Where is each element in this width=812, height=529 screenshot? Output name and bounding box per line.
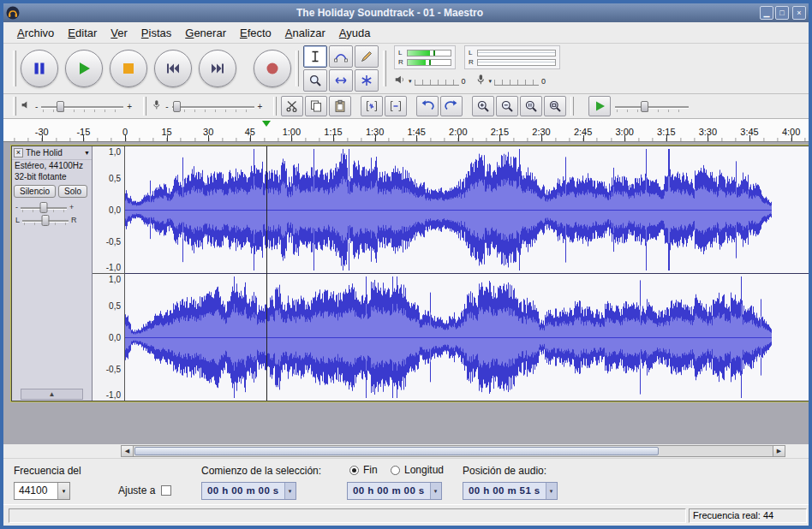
maximize-button[interactable]: □ <box>775 6 789 20</box>
toolbar-grip[interactable] <box>13 51 16 87</box>
track-area[interactable]: × The Holid ▼ Estéreo, 44100Hz 32-bit fl… <box>3 142 809 444</box>
pause-button[interactable] <box>21 50 58 87</box>
mute-button[interactable]: Silencio <box>14 185 56 198</box>
menu-archivo[interactable]: Archivo <box>10 25 61 41</box>
timeshift-tool-button[interactable] <box>329 69 353 92</box>
waveform-channel-2[interactable] <box>125 274 809 401</box>
copy-button[interactable] <box>305 96 327 116</box>
waveform-view[interactable] <box>125 146 809 401</box>
menu-generar[interactable]: Generar <box>178 25 233 41</box>
pan-thumb[interactable] <box>42 215 50 226</box>
audio-position-time[interactable]: 00 h 00 m 51 s ▾ <box>463 482 558 500</box>
menu-efecto[interactable]: Efecto <box>233 25 278 41</box>
play-at-speed-button[interactable] <box>588 96 611 116</box>
playback-meter[interactable]: LR <box>464 45 560 69</box>
pan-track[interactable] <box>22 215 69 225</box>
selection-end-spinner[interactable]: ▾ <box>430 483 441 499</box>
menu-ayuda[interactable]: Ayuda <box>332 25 378 41</box>
chevron-down-icon[interactable]: ▾ <box>489 78 493 85</box>
slider-plus-label: + <box>127 102 132 111</box>
horizontal-scrollbar[interactable]: ◀ ▶ <box>121 445 785 457</box>
chevron-down-icon[interactable]: ▾ <box>409 78 412 85</box>
toolbar-grip[interactable] <box>570 97 574 116</box>
menu-pistas[interactable]: Pistas <box>134 25 178 41</box>
titlebar[interactable]: The Holiday Soundtrack - 01 - Maestro ▁ … <box>3 3 809 22</box>
multi-tool-button[interactable] <box>355 69 379 92</box>
output-volume-slider[interactable]: - + <box>21 98 132 114</box>
toolbar-grip[interactable] <box>273 97 277 116</box>
speed-slider[interactable] <box>615 101 689 112</box>
gain-plus-label: + <box>69 203 74 211</box>
toolbar-grip[interactable] <box>383 51 386 87</box>
waveform-channel-1[interactable] <box>125 146 809 273</box>
envelope-tool-button[interactable] <box>329 45 353 68</box>
zoom-in-button[interactable] <box>472 96 494 116</box>
menu-analizar[interactable]: Analizar <box>278 25 332 41</box>
draw-tool-button[interactable] <box>355 45 379 68</box>
toolbar-grip[interactable] <box>143 97 146 116</box>
cut-button[interactable] <box>281 96 303 116</box>
zoom-fit-button[interactable] <box>544 96 566 116</box>
selection-start-time[interactable]: 00 h 00 m 00 s ▾ <box>201 482 296 500</box>
end-radio-label: Fin <box>363 464 378 476</box>
solo-button[interactable]: Solo <box>58 185 87 198</box>
envelope-icon <box>334 50 348 63</box>
pan-slider[interactable]: L R <box>12 212 92 225</box>
vertical-ruler[interactable]: 1,00,50,0-0,5-1,0 1,00,50,0-0,5-1,0 <box>93 146 125 401</box>
length-radio-button[interactable] <box>391 466 400 475</box>
amplitude-label: -1,0 <box>106 263 121 272</box>
menu-editar[interactable]: Editar <box>61 25 104 41</box>
play-button[interactable] <box>65 50 103 87</box>
end-radio-button[interactable] <box>349 466 359 475</box>
scrollbar-track[interactable] <box>134 446 773 456</box>
collapse-button[interactable]: ▲ <box>21 389 83 400</box>
gain-thumb[interactable] <box>40 202 48 213</box>
menu-ver[interactable]: Ver <box>104 25 134 41</box>
speed-slider-thumb[interactable] <box>641 101 648 112</box>
playhead-icon[interactable] <box>262 121 271 127</box>
toolbar-grip[interactable] <box>296 51 299 87</box>
scroll-left-button[interactable]: ◀ <box>122 446 134 456</box>
selection-tool-button[interactable] <box>303 45 327 68</box>
input-volume-thumb[interactable] <box>173 101 181 112</box>
rate-select[interactable]: 44100 ▾ <box>14 482 70 500</box>
zoom-out-button[interactable] <box>496 96 518 116</box>
output-volume-track[interactable] <box>41 101 123 112</box>
paste-button[interactable] <box>329 96 351 116</box>
gain-slider[interactable]: - + <box>12 199 92 212</box>
edit-toolbar <box>281 96 566 116</box>
audio-position-spinner[interactable]: ▾ <box>546 483 557 499</box>
amplitude-label: 1,0 <box>109 147 121 157</box>
selection-end-time[interactable]: 00 h 00 m 00 s ▾ <box>347 482 442 500</box>
record-button[interactable] <box>254 50 291 87</box>
zoom-tool-button[interactable] <box>303 69 327 92</box>
toolbar-grip[interactable] <box>13 97 16 116</box>
end-radio[interactable]: Fin <box>349 464 378 476</box>
silence-button[interactable] <box>385 96 407 116</box>
timeline-tick <box>624 135 625 141</box>
snap-checkbox[interactable] <box>161 485 171 496</box>
record-meter-menu[interactable]: ▾ 0 <box>475 74 546 89</box>
selection-start-spinner[interactable]: ▾ <box>284 483 296 499</box>
input-volume-track[interactable] <box>172 101 254 112</box>
output-volume-thumb[interactable] <box>57 101 64 112</box>
playback-meter-menu[interactable]: ▾ 0 <box>394 74 466 89</box>
stop-button[interactable] <box>110 50 147 87</box>
track-name-dropdown[interactable]: The Holid ▼ <box>26 148 90 158</box>
minimize-button[interactable]: ▁ <box>760 6 773 20</box>
redo-button[interactable] <box>440 96 463 116</box>
scroll-right-button[interactable]: ▶ <box>773 446 785 456</box>
input-volume-slider[interactable]: - + <box>151 98 262 114</box>
zoom-selection-button[interactable] <box>520 96 542 116</box>
trim-button[interactable] <box>361 96 383 116</box>
record-meter[interactable]: LR <box>394 45 456 69</box>
undo-button[interactable] <box>416 96 439 116</box>
gain-track[interactable] <box>21 202 67 212</box>
scrollbar-thumb[interactable] <box>134 447 659 455</box>
length-radio[interactable]: Longitud <box>391 464 444 476</box>
track-close-button[interactable]: × <box>14 148 23 158</box>
close-button[interactable]: × <box>792 6 806 20</box>
skip-start-button[interactable] <box>154 50 192 87</box>
skip-end-button[interactable] <box>199 50 236 87</box>
timeline-ruler[interactable]: -30-1501530451:001:151:301:452:002:152:3… <box>3 119 809 142</box>
